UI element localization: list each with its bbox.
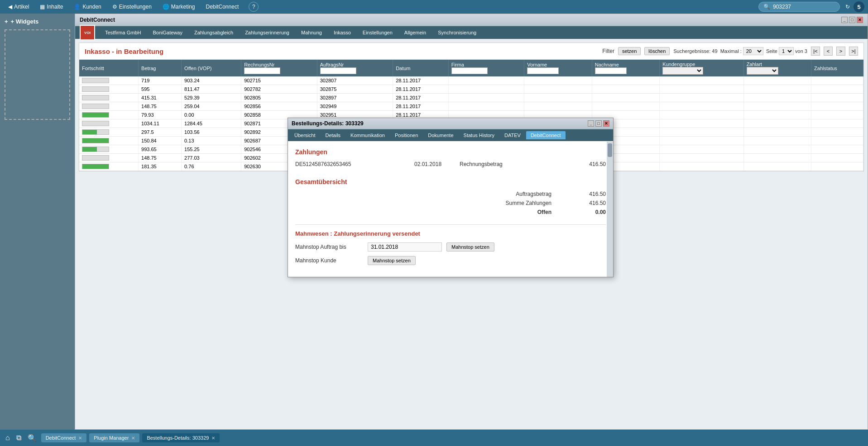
- modal-scrollbar[interactable]: [607, 142, 613, 277]
- nav-einstellungen[interactable]: ⚙ Einstellungen: [108, 2, 156, 12]
- filter-auftragsnr[interactable]: [320, 67, 356, 74]
- nav-debitconnect[interactable]: DebitConnect: [201, 2, 244, 12]
- tab-debitconnect[interactable]: DebitConnect: [526, 131, 566, 139]
- col-kundengruppe: Kundengruppe: [660, 60, 744, 76]
- max-select[interactable]: 2050100: [743, 47, 763, 55]
- nav-kunden[interactable]: 👤 Kunden: [69, 2, 106, 12]
- col-vorname: Vorname: [524, 60, 592, 76]
- table-row[interactable]: 595811.4790278230287528.11.2017: [79, 85, 863, 94]
- plus-icon: +: [5, 18, 8, 25]
- payment-label: Rechnungsbetrag: [460, 161, 570, 167]
- taskbar-tab-plugin[interactable]: Plugin Manager ✕: [89, 433, 139, 442]
- cell-betrag: 148.75: [139, 154, 182, 162]
- page-last-button[interactable]: >|: [849, 47, 858, 56]
- search-icon: 🔍: [763, 4, 770, 10]
- subnav-inkasso[interactable]: Inkasso: [328, 28, 356, 37]
- tab-kommunikation[interactable]: Kommunikation: [346, 131, 389, 139]
- page-first-button[interactable]: |<: [811, 47, 820, 56]
- modal-maximize[interactable]: □: [595, 120, 602, 127]
- cell-datum: 28.11.2017: [393, 85, 449, 94]
- taskbar-home[interactable]: ⌂: [4, 432, 12, 444]
- filter-firma[interactable]: [451, 67, 488, 74]
- grid-icon: ▦: [40, 4, 45, 10]
- widgets-toggle[interactable]: + + Widgets: [5, 18, 70, 25]
- cell-kundengruppe: [660, 162, 744, 171]
- tab-positionen[interactable]: Positionen: [390, 131, 422, 139]
- nav-inhalte[interactable]: ▦ Inhalte: [35, 2, 67, 12]
- taskbar-clone[interactable]: ⧉: [14, 432, 23, 444]
- page-next-button[interactable]: >: [836, 47, 845, 56]
- filter-rechnungsnr[interactable]: [244, 67, 280, 74]
- nav-artikel[interactable]: ◀ Artikel: [4, 2, 34, 12]
- table-row[interactable]: 719903.2490271530280728.11.2017: [79, 76, 863, 85]
- cell-fortschritt: [79, 102, 139, 111]
- tab-datev[interactable]: DATEV: [500, 131, 525, 139]
- filter-nachname[interactable]: [595, 67, 627, 74]
- search-input[interactable]: [773, 4, 832, 10]
- cell-zahlstatus: [811, 85, 863, 94]
- taskbar-tab-bestellungs[interactable]: Bestellungs-Details: 303329 ✕: [142, 433, 220, 442]
- subnav-zahlungsabgleich[interactable]: Zahlungsabgleich: [189, 28, 239, 37]
- refresh-icon[interactable]: ↻: [845, 4, 850, 10]
- filter-zahlart[interactable]: [747, 67, 778, 75]
- payment-iban: DE5124587632653465: [295, 161, 405, 167]
- window-maximize[interactable]: □: [849, 17, 855, 23]
- bestellungs-modal: Bestellungs-Details: 303329 _ □ ✕ Übersi…: [288, 118, 614, 277]
- cell-fortschritt: [79, 145, 139, 154]
- window-minimize[interactable]: _: [841, 17, 848, 23]
- nav-marketing[interactable]: 🌐 Marketing: [158, 2, 200, 12]
- subnav-einstellungen[interactable]: Einstellungen: [357, 28, 398, 37]
- col-zahlstatus: Zahlstatus: [811, 60, 863, 76]
- page-select[interactable]: 123: [779, 47, 794, 55]
- mahnstop-auftrag-button[interactable]: Mahnstop setzen: [446, 242, 494, 251]
- tab-status-history[interactable]: Status History: [459, 131, 499, 139]
- tab-dokumente[interactable]: Dokumente: [423, 131, 458, 139]
- window-close[interactable]: ✕: [857, 17, 863, 23]
- subnav-bonigateway[interactable]: BoniGateway: [147, 28, 187, 37]
- main-area: + + Widgets DebitConnect _ □ ✕ VOI Testf…: [0, 14, 868, 430]
- col-zahlart: Zahlart: [743, 60, 811, 76]
- subnav-allgemein[interactable]: Allgemein: [399, 28, 432, 37]
- taskbar-search[interactable]: 🔍: [26, 432, 38, 444]
- cell-kundengruppe: [660, 111, 744, 119]
- mahnstop-kunde-label: Mahnstop Kunde: [295, 257, 363, 264]
- subnav-synchronisierung[interactable]: Synchronisierung: [432, 28, 482, 37]
- taskbar-close-plugin[interactable]: ✕: [131, 436, 135, 441]
- filter-set-button[interactable]: setzen: [618, 47, 641, 55]
- tab-ubersicht[interactable]: Übersicht: [290, 131, 320, 139]
- table-row[interactable]: 415.31529.3990280530289728.11.2017: [79, 94, 863, 102]
- filter-kundengruppe[interactable]: [662, 67, 703, 75]
- subnav-testfirma[interactable]: Testfirma GmbH: [100, 28, 146, 37]
- cell-kundengruppe: [660, 85, 744, 94]
- filter-clear-button[interactable]: löschen: [644, 47, 670, 55]
- mahnstop-auftrag-input[interactable]: [368, 242, 442, 251]
- page-prev-button[interactable]: <: [824, 47, 833, 56]
- tab-details[interactable]: Details: [321, 131, 345, 139]
- cell-datum: 28.11.2017: [393, 76, 449, 85]
- cell-fortschritt: [79, 137, 139, 145]
- cell-offen: 529.39: [182, 94, 241, 102]
- cell-betrag: 595: [139, 85, 182, 94]
- mahnstop-kunde-button[interactable]: Mahnstop setzen: [368, 256, 416, 265]
- mahnstop-auftrag-row: Mahnstop Auftrag bis Mahnstop setzen: [295, 242, 606, 251]
- filter-vorname[interactable]: [527, 67, 559, 74]
- cell-auftrag: 302897: [317, 94, 393, 102]
- cell-betrag: 148.75: [139, 102, 182, 111]
- subnav-mahnung[interactable]: Mahnung: [296, 28, 327, 37]
- user-icon: 👤: [74, 4, 81, 10]
- arrow-left-icon: ◀: [8, 4, 12, 10]
- debitconnect-subnav: VOI Testfirma GmbH BoniGateway Zahlungsa…: [75, 26, 868, 39]
- taskbar-close-debitconnect[interactable]: ✕: [78, 436, 82, 441]
- cell-fortschritt: [79, 154, 139, 162]
- help-button[interactable]: ?: [249, 2, 259, 12]
- modal-close[interactable]: ✕: [603, 120, 609, 127]
- subnav-zahlungserinnerung[interactable]: Zahlungserinnerung: [240, 28, 295, 37]
- cell-offen: 811.47: [182, 85, 241, 94]
- auftragsbetrag-row: Auftragsbetrag 416.50: [295, 191, 606, 197]
- modal-minimize[interactable]: _: [588, 120, 594, 127]
- cell-zahlart: [743, 128, 811, 137]
- taskbar-close-bestellungs[interactable]: ✕: [211, 436, 215, 441]
- taskbar-tab-debitconnect[interactable]: DebitConnect ✕: [41, 433, 87, 442]
- table-row[interactable]: 148.75259.0490285630294928.11.2017: [79, 102, 863, 111]
- cell-betrag: 719: [139, 76, 182, 85]
